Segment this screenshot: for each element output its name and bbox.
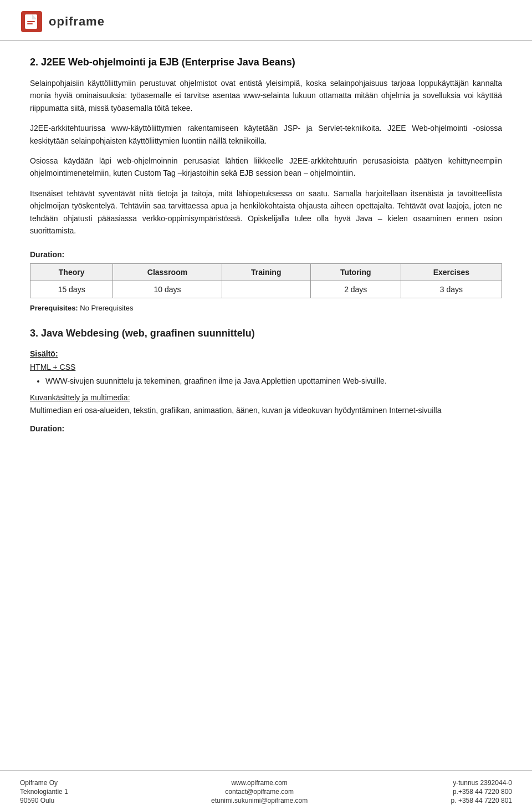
svg-rect-4 (27, 21, 35, 22)
cell-classroom-val: 10 days (113, 281, 222, 298)
duration-table: Theory Classroom Training Tutoring Exerc… (30, 263, 502, 298)
section2-para2: J2EE-arkkitehtuurissa www-käyttöliittymi… (30, 122, 502, 147)
footer-col-left: Opiframe Oy Teknologiantie 1 90590 Oulu (20, 779, 68, 804)
prerequisites-label: Prerequisites: (30, 304, 78, 312)
footer-email1: contact@opiframe.com (211, 788, 308, 796)
logo-text: opiframe (49, 14, 105, 29)
footer-city: 90590 Oulu (20, 797, 68, 804)
cell-tutoring-val: 2 days (310, 281, 401, 298)
duration-label: Duration: (30, 250, 502, 259)
cell-training-val (222, 281, 310, 298)
header: opiframe (0, 0, 532, 41)
col-exercises: Exercises (401, 264, 502, 281)
kuvankasittely-label: Kuvankäsittely ja multimedia: (30, 393, 502, 402)
footer-website: www.opiframe.com (211, 779, 308, 787)
kuvankasittely-text: Kuvankäsittely ja multimedia: (30, 393, 130, 402)
table-row: 15 days 10 days 2 days 3 days (30, 281, 502, 298)
bullet-list: WWW-sivujen suunnittelu ja tekeminen, gr… (45, 375, 502, 387)
col-tutoring: Tutoring (310, 264, 401, 281)
section2-para1: Selainpohjaisiin käyttöliittymiin perust… (30, 77, 502, 114)
cell-theory-val: 15 days (30, 281, 113, 298)
prerequisites: Prerequisites: No Prerequisites (30, 304, 502, 312)
main-content: 2. J2EE Web-ohjelmointi ja EJB (Enterpri… (0, 41, 532, 770)
footer: Opiframe Oy Teknologiantie 1 90590 Oulu … (0, 770, 532, 810)
footer-company: Opiframe Oy (20, 779, 68, 787)
col-theory: Theory (30, 264, 113, 281)
footer-address: Teknologiantie 1 (20, 788, 68, 796)
logo-area: opiframe (20, 10, 512, 33)
footer-ytunnus: y-tunnus 2392044-0 (451, 779, 512, 787)
col-training: Training (222, 264, 310, 281)
col-classroom: Classroom (113, 264, 222, 281)
prerequisites-value: No Prerequisites (80, 304, 133, 312)
logo-icon (20, 10, 43, 33)
section3-duration-label: Duration: (30, 424, 502, 433)
multimedia-text: Multimedian eri osa-alueiden, tekstin, g… (30, 404, 502, 416)
footer-phone1: p.+358 44 7220 800 (451, 788, 512, 796)
sisalto-label: Sisältö: (30, 349, 502, 358)
footer-col-right: y-tunnus 2392044-0 p.+358 44 7220 800 p.… (451, 779, 512, 804)
section3-title: 3. Java Webdesing (web, graafinen suunni… (30, 328, 502, 339)
footer-email2: etunimi.sukunimi@opiframe.com (211, 797, 308, 804)
section2-para4: Itsenäiset tehtävät syventävät niitä tie… (30, 187, 502, 237)
footer-phone2: p. +358 44 7220 801 (451, 797, 512, 804)
footer-col-center: www.opiframe.com contact@opiframe.com et… (211, 779, 308, 804)
section2-title: 2. J2EE Web-ohjelmointi ja EJB (Enterpri… (30, 57, 502, 68)
bullet-item-1: WWW-sivujen suunnittelu ja tekeminen, gr… (45, 375, 502, 387)
section2-para3: Osiossa käydään läpi web-ohjelmoinnin pe… (30, 155, 502, 180)
svg-rect-5 (27, 23, 33, 24)
cell-exercises-val: 3 days (401, 281, 502, 298)
html-css-label: HTML + CSS (30, 363, 502, 371)
